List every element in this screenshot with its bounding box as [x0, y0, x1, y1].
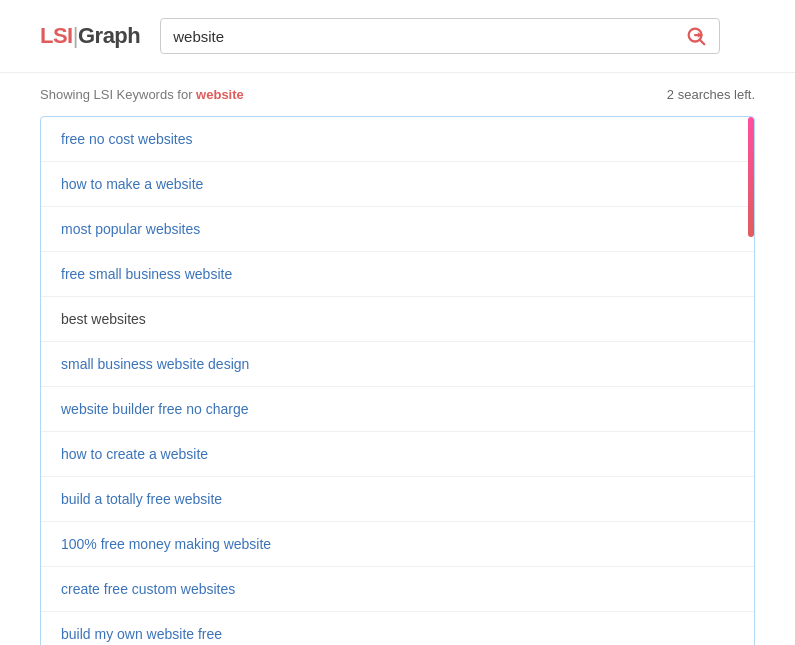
- list-item[interactable]: most popular websites: [41, 207, 754, 252]
- subtitle-bar: Showing LSI Keywords for website 2 searc…: [0, 73, 795, 116]
- list-item[interactable]: how to make a website: [41, 162, 754, 207]
- list-item[interactable]: how to create a website: [41, 432, 754, 477]
- searches-left: 2 searches left.: [667, 87, 755, 102]
- list-item[interactable]: free no cost websites: [41, 117, 754, 162]
- keyword-text: build a totally free website: [61, 491, 222, 507]
- keyword-text: website builder free no charge: [61, 401, 249, 417]
- list-item[interactable]: best websites: [41, 297, 754, 342]
- keyword-text: how to create a website: [61, 446, 208, 462]
- header: LSI|Graph: [0, 0, 795, 73]
- keyword-text: how to make a website: [61, 176, 203, 192]
- logo-lsi: LSI: [40, 23, 73, 48]
- svg-line-1: [701, 40, 705, 44]
- keyword-text: create free custom websites: [61, 581, 235, 597]
- list-item[interactable]: website builder free no charge: [41, 387, 754, 432]
- keyword-text: best websites: [61, 311, 146, 327]
- results-container: free no cost websiteshow to make a websi…: [40, 116, 755, 645]
- logo-graph: Graph: [78, 23, 140, 48]
- keyword-text: 100% free money making website: [61, 536, 271, 552]
- logo: LSI|Graph: [40, 23, 140, 49]
- submit-icon: [685, 25, 707, 47]
- search-input[interactable]: [173, 28, 685, 45]
- subtitle-text: Showing LSI Keywords for website: [40, 87, 244, 102]
- subtitle-keyword: website: [196, 87, 244, 102]
- search-submit-button[interactable]: [685, 25, 707, 47]
- list-item[interactable]: small business website design: [41, 342, 754, 387]
- scrollbar-indicator: [748, 117, 754, 237]
- keyword-text: build my own website free: [61, 626, 222, 642]
- list-item[interactable]: build my own website free: [41, 612, 754, 645]
- keyword-text: most popular websites: [61, 221, 200, 237]
- list-item[interactable]: 100% free money making website: [41, 522, 754, 567]
- keyword-text: small business website design: [61, 356, 249, 372]
- list-item[interactable]: create free custom websites: [41, 567, 754, 612]
- list-item[interactable]: free small business website: [41, 252, 754, 297]
- keyword-text: free no cost websites: [61, 131, 193, 147]
- keyword-list: free no cost websiteshow to make a websi…: [41, 117, 754, 645]
- search-bar: [160, 18, 720, 54]
- list-item[interactable]: build a totally free website: [41, 477, 754, 522]
- subtitle-prefix: Showing LSI Keywords for: [40, 87, 192, 102]
- keyword-text: free small business website: [61, 266, 232, 282]
